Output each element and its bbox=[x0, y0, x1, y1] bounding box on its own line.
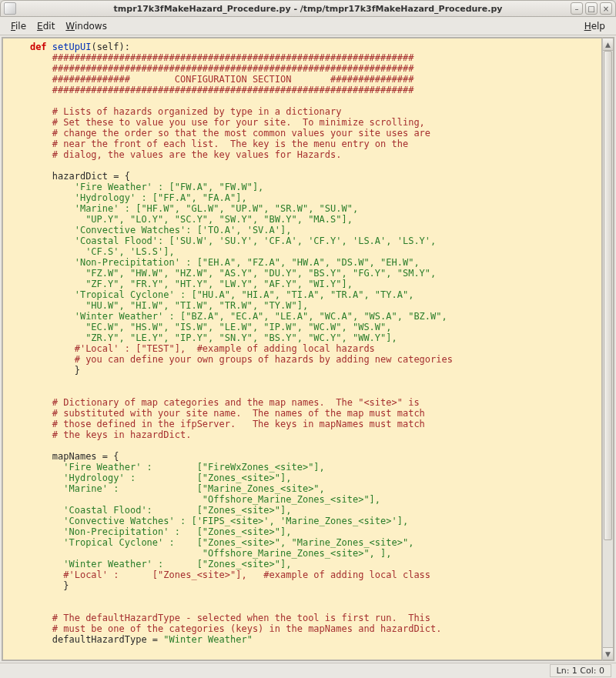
app-icon bbox=[4, 2, 16, 15]
menu-file[interactable]: File bbox=[6, 19, 31, 33]
menu-edit[interactable]: Edit bbox=[32, 19, 59, 33]
code-editor[interactable]: def setUpUI(self): #####################… bbox=[2, 37, 602, 661]
close-button[interactable]: × bbox=[600, 2, 612, 15]
menu-help[interactable]: Help bbox=[580, 19, 610, 33]
menu-windows[interactable]: Windows bbox=[61, 19, 112, 33]
scrollbar-thumb[interactable] bbox=[604, 51, 612, 540]
scrollbar-track[interactable] bbox=[603, 51, 613, 647]
scroll-up-button[interactable]: ▲ bbox=[603, 38, 613, 51]
vertical-scrollbar[interactable]: ▲ ▼ bbox=[602, 37, 614, 661]
editor-area: def setUpUI(self): #####################… bbox=[0, 35, 616, 663]
window-title: tmpr17k3fMakeHazard_Procedure.py - /tmp/… bbox=[1, 4, 615, 14]
minimize-button[interactable]: – bbox=[571, 2, 583, 15]
maximize-button[interactable]: □ bbox=[585, 2, 598, 15]
scroll-down-button[interactable]: ▼ bbox=[603, 647, 613, 660]
status-bar: Ln: 1 Col: 0 bbox=[0, 663, 616, 678]
menu-bar: File Edit Windows Help bbox=[0, 17, 616, 35]
cursor-position: Ln: 1 Col: 0 bbox=[550, 664, 611, 677]
window-titlebar: tmpr17k3fMakeHazard_Procedure.py - /tmp/… bbox=[0, 0, 616, 17]
